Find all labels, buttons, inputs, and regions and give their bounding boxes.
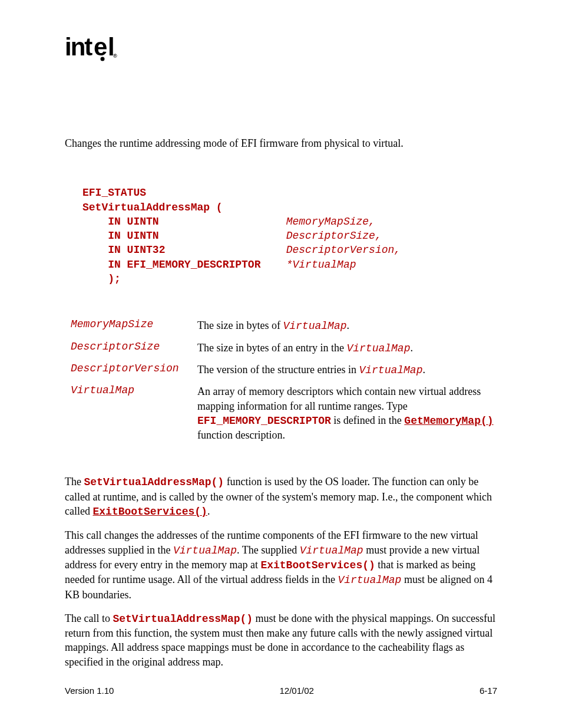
param-name: DescriptorVersion [71, 363, 197, 377]
param-desc: The version of the structure entries in … [197, 363, 497, 377]
param-desc: An array of memory descriptors which con… [197, 384, 497, 442]
param-row: DescriptorSize The size in bytes of an e… [71, 341, 497, 355]
description-para-2: This call changes the addresses of the r… [65, 528, 497, 601]
prototype-block: EFI_STATUS SetVirtualAddressMap ( IN UIN… [82, 186, 497, 286]
footer-page-number: 6-17 [480, 686, 497, 696]
description-para-3: The call to SetVirtualAddressMap() must … [65, 611, 497, 669]
description-para-1: The SetVirtualAddressMap() function is u… [65, 475, 497, 519]
param-desc: The size in bytes of VirtualMap. [197, 318, 497, 333]
page-footer: Version 1.10 12/01/02 6-17 [65, 686, 497, 696]
param-row: DescriptorVersion The version of the str… [71, 363, 497, 377]
param-name: DescriptorSize [71, 341, 197, 355]
footer-date: 12/01/02 [279, 686, 313, 696]
svg-text:e: e [94, 35, 107, 61]
param-name: VirtualMap [71, 384, 197, 442]
param-row: VirtualMap An array of memory descriptor… [71, 384, 497, 442]
svg-text:int: int [65, 35, 92, 61]
intel-logo: int e l ® [65, 35, 497, 65]
exitbootservices-link[interactable]: ExitBootServices() [92, 506, 207, 518]
svg-text:®: ® [113, 53, 117, 59]
getmemorymap-link[interactable]: GetMemoryMap() [404, 415, 493, 427]
parameters-block: MemoryMapSize The size in bytes of Virtu… [71, 318, 497, 442]
param-desc: The size in bytes of an entry in the Vir… [197, 341, 497, 355]
footer-version: Version 1.10 [65, 686, 114, 696]
param-name: MemoryMapSize [71, 318, 197, 333]
param-row: MemoryMapSize The size in bytes of Virtu… [71, 318, 497, 333]
intro-text: Changes the runtime addressing mode of E… [65, 136, 497, 150]
svg-point-3 [101, 57, 105, 61]
